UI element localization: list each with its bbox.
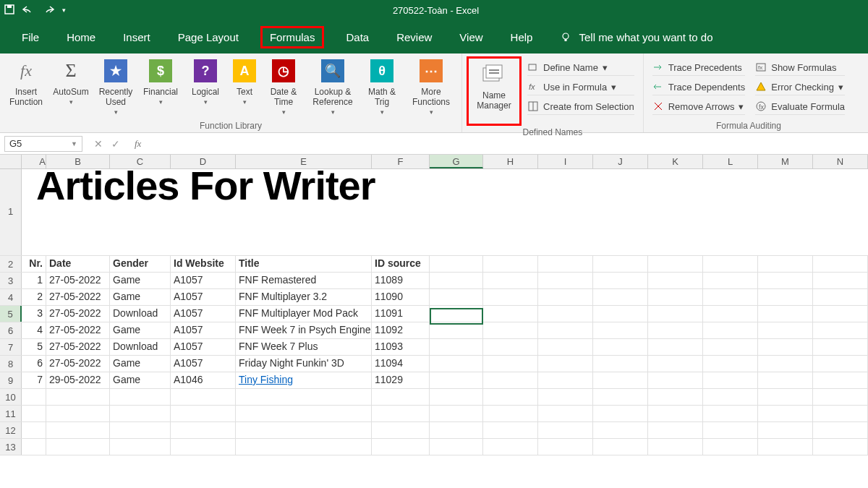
cell[interactable] (430, 289, 483, 305)
cell[interactable]: 11091 (372, 306, 430, 322)
cell[interactable]: FNF Week 7 Plus (236, 339, 372, 355)
cell[interactable]: 27-05-2022 (46, 306, 110, 322)
cell[interactable]: Game (110, 372, 171, 388)
evaluate-formula-button[interactable]: fxEvaluate Formula (755, 98, 845, 115)
header-cell[interactable]: Gender (110, 256, 171, 272)
col-header[interactable]: M (758, 155, 813, 168)
insert-function-button[interactable]: fx Insert Function (4, 56, 48, 119)
cell[interactable]: 5 (22, 339, 46, 355)
cell[interactable]: A1046 (171, 372, 236, 388)
cell[interactable] (430, 356, 483, 372)
col-header[interactable]: N (813, 155, 868, 168)
row-header[interactable]: 10 (0, 389, 22, 405)
define-name-button[interactable]: Define Name ▾ (527, 59, 634, 76)
tab-review[interactable]: Review (391, 27, 438, 48)
cell[interactable]: 27-05-2022 (46, 339, 110, 355)
name-box[interactable]: G5▼ (4, 136, 82, 152)
cell[interactable]: 4 (22, 322, 46, 338)
text-button[interactable]: A Text▾ (229, 56, 260, 119)
cell[interactable]: 27-05-2022 (46, 322, 110, 338)
cell[interactable]: 29-05-2022 (46, 372, 110, 388)
tell-me[interactable]: Tell me what you want to do (560, 31, 712, 43)
row-header[interactable]: 3 (0, 273, 22, 288)
cell[interactable] (430, 339, 483, 355)
header-cell[interactable]: Nr. (22, 256, 46, 272)
cell[interactable]: 11089 (372, 273, 430, 288)
cell[interactable]: Game (110, 289, 171, 305)
error-checking-button[interactable]: Error Checking ▾ (755, 79, 845, 95)
cell[interactable]: 11090 (372, 289, 430, 305)
cell[interactable]: 7 (22, 372, 46, 388)
col-header[interactable]: H (483, 155, 538, 168)
tab-home[interactable]: Home (61, 27, 101, 48)
cell[interactable]: 11092 (372, 322, 430, 338)
col-header[interactable]: K (648, 155, 703, 168)
name-manager-button[interactable]: Name Manager (469, 60, 519, 122)
tab-insert[interactable]: Insert (117, 27, 156, 48)
row-header[interactable]: 7 (0, 339, 22, 355)
row-header[interactable]: 1 (0, 169, 22, 255)
col-header[interactable]: J (593, 155, 648, 168)
worksheet[interactable]: A B C D E F G H I J K L M N 1 Articles F… (0, 155, 868, 455)
math-trig-button[interactable]: θ Math & Trig▾ (360, 56, 404, 119)
tab-page-layout[interactable]: Page Layout (172, 27, 244, 48)
select-all-corner[interactable] (0, 155, 22, 168)
enter-icon[interactable]: ✓ (111, 138, 120, 150)
cell[interactable] (430, 372, 483, 388)
cell[interactable]: FNF Multiplayer Mod Pack (236, 306, 372, 322)
undo-icon[interactable] (22, 4, 35, 17)
show-formulas-button[interactable]: fxShow Formulas (755, 59, 845, 76)
col-header[interactable]: G (430, 155, 483, 168)
cell[interactable]: Friday Night Funkin' 3D (236, 356, 372, 372)
tab-data[interactable]: Data (340, 27, 375, 48)
cell[interactable] (430, 273, 483, 288)
cell[interactable]: A1057 (171, 339, 236, 355)
cell[interactable]: A1057 (171, 273, 236, 288)
formula-input[interactable] (147, 136, 868, 152)
row-header[interactable]: 8 (0, 356, 22, 372)
cell[interactable] (430, 306, 483, 322)
cell[interactable]: FNF Multiplayer 3.2 (236, 289, 372, 305)
cell[interactable]: A1057 (171, 322, 236, 338)
row-header[interactable]: 4 (0, 289, 22, 305)
lookup-reference-button[interactable]: 🔍 Lookup & Reference▾ (307, 56, 359, 119)
title-cell[interactable]: Articles For Writer (29, 162, 375, 209)
row-header[interactable]: 6 (0, 322, 22, 338)
cell[interactable]: 3 (22, 306, 46, 322)
row-header[interactable]: 2 (0, 256, 22, 272)
trace-precedents-button[interactable]: Trace Precedents (652, 59, 745, 76)
cell[interactable]: Tiny Fishing (236, 372, 372, 388)
date-time-button[interactable]: ◷ Date & Time▾ (262, 56, 305, 119)
use-in-formula-button[interactable]: fxUse in Formula ▾ (527, 79, 634, 95)
header-cell[interactable]: Date (46, 256, 110, 272)
cell[interactable]: 11029 (372, 372, 430, 388)
cell[interactable]: 6 (22, 356, 46, 372)
col-header[interactable]: I (538, 155, 593, 168)
cell[interactable]: Game (110, 322, 171, 338)
cell[interactable]: 1 (22, 273, 46, 288)
cell[interactable]: 11093 (372, 339, 430, 355)
cell[interactable]: A1057 (171, 289, 236, 305)
cell[interactable]: 11094 (372, 356, 430, 372)
row-header[interactable]: 12 (0, 422, 22, 438)
tab-view[interactable]: View (454, 27, 488, 48)
cell[interactable]: 2 (22, 289, 46, 305)
cancel-icon[interactable]: ✕ (94, 138, 103, 150)
header-cell[interactable]: ID source (372, 256, 430, 272)
tab-help[interactable]: Help (505, 27, 539, 48)
header-cell[interactable]: Id Website (171, 256, 236, 272)
trace-dependents-button[interactable]: Trace Dependents (652, 79, 745, 95)
col-header[interactable]: L (703, 155, 758, 168)
row-header[interactable]: 9 (0, 372, 22, 388)
autosum-button[interactable]: Σ AutoSum▾ (49, 56, 93, 119)
header-cell[interactable]: Title (236, 256, 372, 272)
redo-icon[interactable] (42, 4, 55, 17)
cell[interactable]: FNF Week 7 in Psych Engine (236, 322, 372, 338)
row-header[interactable]: 13 (0, 439, 22, 455)
cell[interactable] (430, 322, 483, 338)
logical-button[interactable]: ? Logical▾ (184, 56, 227, 119)
hyperlink[interactable]: Tiny Fishing (239, 374, 293, 385)
cell[interactable]: Download (110, 339, 171, 355)
cell[interactable]: 27-05-2022 (46, 356, 110, 372)
recently-used-button[interactable]: ★ Recently Used▾ (94, 56, 137, 119)
